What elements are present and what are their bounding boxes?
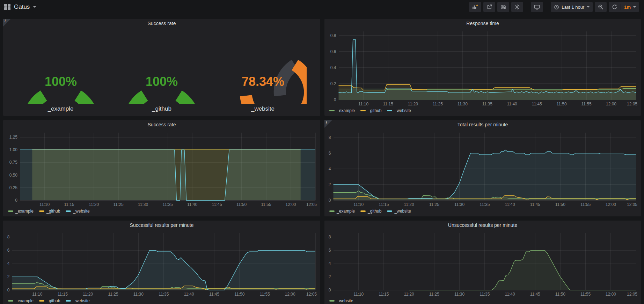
y-tick-label: 6 (7, 248, 10, 253)
gauge-_github: 100%_github (118, 30, 205, 112)
panel-title[interactable]: Success rate (3, 120, 320, 129)
legend-item-_github[interactable]: _github (360, 209, 381, 214)
success-rate-chart: 00.250.500.751.001.2511:1011:1511:2011:2… (5, 129, 318, 208)
x-tick-label: 11:40 (507, 102, 517, 106)
chevron-down-icon (633, 6, 636, 8)
x-tick-label: 11:30 (454, 202, 464, 207)
legend: _example_github_website (3, 298, 320, 304)
legend-chip (66, 210, 71, 212)
x-tick-label: 11:10 (358, 102, 368, 106)
x-tick-label: 11:10 (39, 202, 50, 207)
x-tick-label: 11:45 (212, 202, 222, 207)
y-tick-label: 6 (329, 151, 331, 156)
legend-chip (387, 110, 392, 111)
info-icon: i (5, 19, 6, 23)
panel-unsuccessful-results: Unsuccessful results per minute 0246811:… (324, 221, 641, 304)
legend-chip (329, 300, 335, 302)
time-range-picker[interactable]: Last 1 hour (551, 2, 593, 12)
series-fill-_website (334, 150, 636, 200)
legend-label: _website (394, 209, 411, 214)
y-tick-label: 4 (7, 261, 10, 266)
zoom-out-button[interactable] (595, 2, 607, 12)
y-tick-label: 0.75 (9, 160, 18, 165)
panel-title[interactable]: Response time (324, 19, 641, 28)
gauge-label: _example (48, 105, 74, 112)
legend-chip (8, 210, 13, 212)
y-tick-label: 1.25 (9, 135, 18, 140)
legend-item-_example[interactable]: _example (329, 209, 355, 214)
x-tick-label: 12:05 (306, 202, 317, 207)
x-tick-label: 11:30 (138, 202, 148, 207)
panel-total-results: i Total results per minute 0246811:1011:… (324, 120, 641, 216)
x-tick-label: 11:40 (184, 292, 194, 297)
x-tick-label: 11:55 (580, 202, 591, 207)
settings-button[interactable] (511, 2, 523, 12)
gauge-_website: 78.34%_website (219, 30, 307, 112)
y-tick-label: 8 (7, 235, 10, 239)
gauge-value-text: 78.34% (241, 74, 284, 89)
y-tick-label: 0.25 (9, 185, 18, 190)
gauge-value-arc (29, 96, 93, 104)
legend-chip (329, 210, 335, 212)
legend-label: _example (337, 209, 355, 214)
legend: _website (324, 298, 641, 304)
x-tick-label: 11:45 (530, 292, 540, 297)
add-panel-icon (472, 4, 478, 10)
y-tick-label: 4 (329, 166, 331, 171)
legend-item-_example[interactable]: _example (329, 108, 355, 113)
x-tick-label: 11:45 (530, 202, 540, 207)
legend-item-_website[interactable]: _website (329, 298, 353, 303)
x-tick-label: 11:25 (433, 102, 443, 106)
legend-item-_example[interactable]: _example (8, 298, 34, 303)
x-tick-label: 11:35 (482, 102, 492, 106)
legend-item-_website[interactable]: _website (387, 108, 411, 113)
x-tick-label: 11:35 (159, 292, 169, 297)
x-tick-label: 12:05 (306, 292, 317, 297)
x-tick-label: 12:00 (285, 292, 295, 297)
x-tick-label: 11:20 (83, 292, 93, 297)
x-tick-label: 12:00 (285, 202, 296, 207)
legend-item-_example[interactable]: _example (8, 209, 34, 214)
save-button[interactable] (497, 2, 509, 12)
gauge-_example: 100%_example (17, 30, 104, 112)
legend-item-_github[interactable]: _github (360, 108, 381, 113)
y-tick-label: 1.00 (9, 147, 18, 152)
legend-item-_website[interactable]: _website (66, 209, 89, 214)
panel-title[interactable]: Successful results per minute (3, 221, 320, 230)
panel-title[interactable]: Success rate (3, 19, 320, 28)
x-tick-label: 11:55 (580, 292, 591, 297)
x-tick-label: 11:50 (236, 202, 247, 207)
legend-item-_github[interactable]: _github (39, 298, 60, 303)
y-tick-label: 0 (7, 288, 10, 292)
legend-item-_github[interactable]: _github (39, 209, 60, 214)
y-tick-label: 6 (329, 248, 331, 253)
dashboard-title[interactable]: Gatus (14, 3, 30, 10)
tv-mode-button[interactable] (531, 2, 543, 12)
chevron-down-icon[interactable] (33, 6, 36, 8)
add-panel-button[interactable] (469, 2, 481, 12)
share-button[interactable] (483, 2, 495, 12)
x-tick-label: 11:50 (555, 202, 565, 207)
x-tick-label: 12:05 (627, 202, 637, 207)
refresh-picker[interactable]: 1m (609, 2, 639, 12)
panel-info-corner[interactable]: i (3, 19, 11, 27)
legend-chip (39, 300, 44, 302)
successful-results-chart: 0246811:1011:1511:2011:2511:3011:3511:40… (5, 230, 318, 298)
panel-title[interactable]: Total results per minute (324, 120, 641, 129)
y-tick-label: 2 (329, 274, 331, 279)
legend-item-_website[interactable]: _website (66, 298, 89, 303)
y-tick-label: 0.8 (330, 33, 336, 38)
legend-label: _website (337, 298, 353, 303)
x-tick-label: 12:00 (606, 202, 616, 207)
x-tick-label: 11:30 (133, 292, 144, 297)
total-results-chart: 0246811:1011:1511:2011:2511:3011:3511:40… (327, 129, 639, 208)
series-fill-_website (409, 250, 636, 290)
legend-item-_website[interactable]: _website (387, 209, 411, 214)
panel-title[interactable]: Unsuccessful results per minute (324, 221, 641, 230)
x-tick-label: 11:25 (429, 202, 439, 207)
x-tick-label: 11:15 (383, 102, 393, 106)
x-tick-label: 11:25 (108, 292, 118, 297)
panel-info-corner[interactable]: i (324, 120, 332, 128)
y-tick-label: 8 (329, 235, 331, 239)
dashboard-grid-icon[interactable] (4, 4, 10, 10)
